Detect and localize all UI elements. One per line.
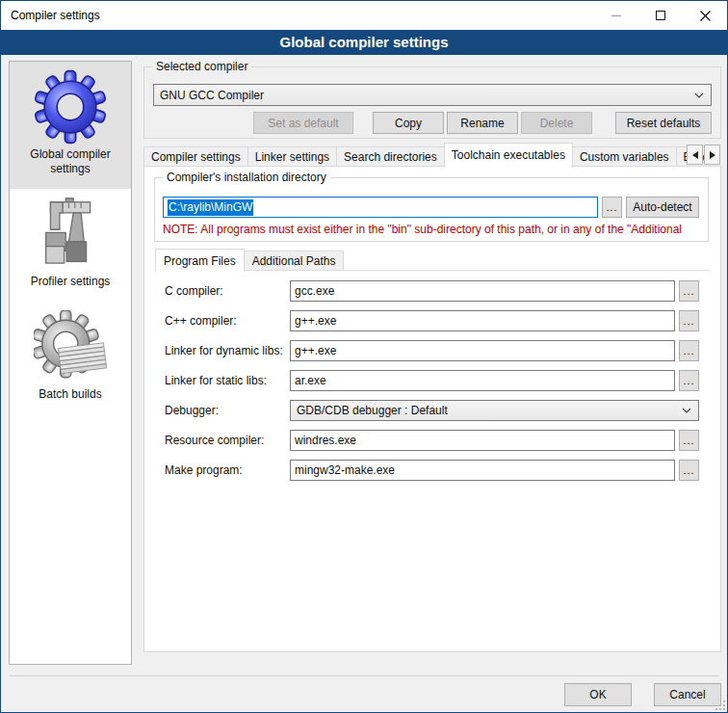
install-dir-input[interactable]: C:\raylib\MinGW: [163, 197, 598, 218]
delete-button[interactable]: Delete: [521, 112, 592, 134]
page-title: Global compiler settings: [1, 30, 727, 55]
toolchain-executables-page: Compiler's installation directory C:\ray…: [143, 166, 721, 652]
field-row-static-linker: Linker for static libs: ...: [165, 370, 700, 391]
reset-defaults-button[interactable]: Reset defaults: [615, 112, 712, 134]
tab-program-files[interactable]: Program Files: [155, 249, 245, 272]
titlebar: Compiler settings: [1, 1, 727, 30]
sidebar-item-label: Batch builds: [13, 387, 127, 402]
auto-detect-button[interactable]: Auto-detect: [626, 197, 699, 218]
blue-gear-icon: [13, 68, 127, 145]
rename-button[interactable]: Rename: [447, 112, 518, 134]
install-dir-selected-text: C:\raylib\MinGW: [168, 199, 253, 216]
field-row-make-program: Make program: ...: [165, 460, 700, 481]
field-label: Resource compiler:: [165, 430, 290, 451]
group-label: Compiler's installation directory: [163, 171, 330, 184]
sidebar-item-label: Global compiler settings: [13, 147, 127, 176]
sidebar-item-global-compiler-settings[interactable]: Global compiler settings: [10, 62, 131, 189]
field-row-cpp-compiler: C++ compiler: ...: [165, 310, 700, 331]
install-dir-note: NOTE: All programs must exist either in …: [163, 223, 707, 236]
footer-separator: [9, 675, 719, 676]
group-label: Selected compiler: [152, 60, 251, 73]
debugger-select[interactable]: GDB/CDB debugger : Default: [290, 400, 699, 421]
field-label: C++ compiler:: [165, 310, 290, 331]
chevron-down-icon: [682, 408, 691, 413]
arrow-left-icon: [692, 151, 698, 159]
installation-directory-row: C:\raylib\MinGW ... Auto-detect: [163, 197, 707, 218]
compiler-select[interactable]: GNU GCC Compiler: [153, 84, 712, 106]
set-as-default-button[interactable]: Set as default: [253, 112, 353, 134]
field-label: Linker for static libs:: [165, 370, 290, 391]
make-program-input[interactable]: [290, 460, 675, 481]
tab-compiler-settings[interactable]: Compiler settings: [143, 146, 248, 167]
make-program-browse-button[interactable]: ...: [679, 460, 699, 481]
window-controls: [594, 1, 727, 30]
minimize-icon: [611, 15, 621, 16]
field-row-resource-compiler: Resource compiler: ...: [165, 430, 700, 451]
static-linker-browse-button[interactable]: ...: [679, 370, 699, 391]
close-icon: [700, 11, 711, 21]
sidebar-item-label: Profiler settings: [13, 275, 127, 289]
tab-linker-settings[interactable]: Linker settings: [247, 146, 337, 167]
debugger-select-value: GDB/CDB debugger : Default: [297, 404, 448, 417]
maximize-button[interactable]: [638, 1, 683, 30]
cancel-button[interactable]: Cancel: [654, 683, 721, 706]
copy-button[interactable]: Copy: [373, 112, 444, 134]
program-files-page: C compiler: ... C++ compiler: ... Linker…: [155, 270, 710, 481]
program-files-tab-bar: Program Files Additional Paths: [155, 248, 343, 271]
compiler-select-value: GNU GCC Compiler: [160, 89, 264, 102]
window-title: Compiler settings: [1, 9, 100, 22]
tab-scroll-left-button[interactable]: [687, 145, 703, 165]
c-compiler-browse-button[interactable]: ...: [679, 280, 699, 302]
ok-button[interactable]: OK: [564, 683, 632, 706]
selected-compiler-group: Selected compiler GNU GCC Compiler Set a…: [143, 66, 721, 139]
dynamic-linker-browse-button[interactable]: ...: [679, 340, 699, 361]
tab-scroll-right-button[interactable]: [704, 145, 720, 165]
tab-custom-variables[interactable]: Custom variables: [572, 146, 677, 167]
tab-additional-paths[interactable]: Additional Paths: [244, 251, 345, 271]
compiler-settings-dialog: Compiler settings Global compiler settin…: [0, 0, 728, 713]
tab-scrollers: [686, 145, 720, 165]
minimize-button[interactable]: [594, 1, 638, 30]
maximize-icon: [656, 11, 665, 20]
cpp-compiler-input[interactable]: [290, 310, 675, 331]
field-label: Linker for dynamic libs:: [165, 340, 290, 361]
field-label: Debugger:: [165, 400, 290, 421]
gear-stack-icon: [13, 308, 127, 385]
static-linker-input[interactable]: [290, 370, 675, 391]
resource-compiler-browse-button[interactable]: ...: [679, 430, 699, 451]
field-label: Make program:: [165, 460, 290, 481]
sidebar-item-batch-builds[interactable]: Batch builds: [10, 302, 131, 414]
settings-tab-bar: Compiler settings Linker settings Search…: [143, 142, 721, 167]
arrow-right-icon: [710, 151, 715, 159]
resize-grip[interactable]: [715, 700, 725, 710]
c-compiler-input[interactable]: [290, 280, 675, 302]
tab-search-directories[interactable]: Search directories: [336, 146, 445, 167]
field-label: C compiler:: [165, 280, 290, 302]
field-row-dynamic-linker: Linker for dynamic libs: ...: [165, 340, 700, 361]
chevron-down-icon: [694, 92, 704, 98]
caliper-icon: [13, 196, 127, 273]
install-dir-browse-button[interactable]: ...: [602, 197, 622, 218]
field-row-c-compiler: C compiler: ...: [165, 280, 700, 302]
sidebar-item-profiler-settings[interactable]: Profiler settings: [10, 189, 131, 302]
installation-directory-group: Compiler's installation directory C:\ray…: [154, 177, 709, 242]
tab-toolchain-executables[interactable]: Toolchain executables: [444, 143, 573, 168]
cpp-compiler-browse-button[interactable]: ...: [679, 310, 699, 331]
compiler-buttons-row: Set as default Copy Rename Delete Reset …: [253, 112, 712, 134]
dynamic-linker-input[interactable]: [290, 340, 675, 361]
field-row-debugger: Debugger: GDB/CDB debugger : Default: [165, 400, 700, 421]
resource-compiler-input[interactable]: [290, 430, 675, 451]
settings-category-list: Global compiler settings: [9, 61, 132, 665]
close-button[interactable]: [683, 1, 727, 30]
